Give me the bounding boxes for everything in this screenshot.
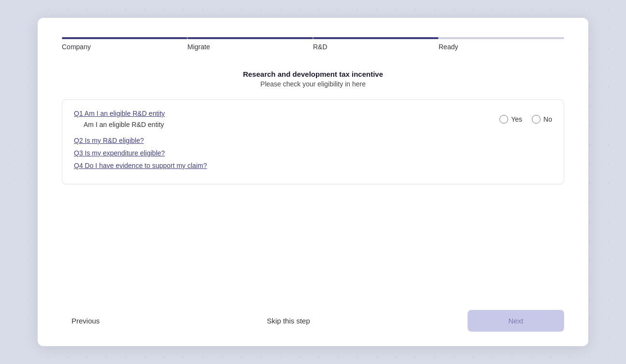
skip-button[interactable]: Skip this step [257, 312, 320, 330]
section-title: Research and development tax incentive [243, 70, 383, 78]
next-button[interactable]: Next [468, 310, 564, 332]
previous-button[interactable]: Previous [62, 312, 109, 330]
step-ready: Ready [439, 37, 564, 51]
question-item-q1: Q1 Am I an eligible R&D entity Am I an e… [74, 110, 552, 129]
step-bar-company [62, 37, 187, 39]
step-label-rd: R&D [313, 43, 439, 51]
questions-card: Q1 Am I an eligible R&D entity Am I an e… [62, 99, 564, 184]
step-company: Company [62, 37, 187, 51]
section-subtitle: Please check your eligibility in here [260, 80, 366, 88]
step-bar-ready [439, 37, 564, 39]
q4-link[interactable]: Q4 Do I have evidence to support my clai… [74, 162, 552, 169]
q1-yes-option[interactable]: Yes [499, 115, 522, 124]
q1-text: Am I an eligible R&D entity [74, 121, 164, 128]
q1-left: Q1 Am I an eligible R&D entity Am I an e… [74, 110, 165, 129]
step-migrate: Migrate [187, 37, 313, 51]
q1-no-option[interactable]: No [532, 115, 552, 124]
q1-radio-group: Yes No [499, 115, 552, 124]
q1-no-label: No [543, 115, 552, 123]
q1-expanded-row: Q1 Am I an eligible R&D entity Am I an e… [74, 110, 552, 129]
q1-yes-radio[interactable] [499, 115, 508, 124]
q2-link[interactable]: Q2 Is my R&D eligible? [74, 137, 552, 144]
step-label-ready: Ready [439, 43, 564, 51]
question-item-q4: Q4 Do I have evidence to support my clai… [74, 162, 552, 169]
main-content: Research and development tax incentive P… [62, 70, 564, 298]
step-rd: R&D [313, 37, 439, 51]
footer: Previous Skip this step Next [62, 298, 564, 346]
question-item-q2: Q2 Is my R&D eligible? [74, 137, 552, 144]
step-label-migrate: Migrate [187, 43, 313, 51]
q1-link[interactable]: Q1 Am I an eligible R&D entity [74, 110, 165, 117]
main-modal: Company Migrate R&D Ready Research and d… [38, 18, 588, 346]
step-bar-migrate [187, 37, 313, 39]
step-label-company: Company [62, 43, 187, 51]
q1-yes-label: Yes [511, 115, 522, 123]
step-bar-rd [313, 37, 439, 39]
steps-container: Company Migrate R&D Ready [62, 37, 564, 51]
q1-no-radio[interactable] [532, 115, 541, 124]
q3-link[interactable]: Q3 Is my expenditure eligible? [74, 149, 552, 157]
question-item-q3: Q3 Is my expenditure eligible? [74, 149, 552, 157]
